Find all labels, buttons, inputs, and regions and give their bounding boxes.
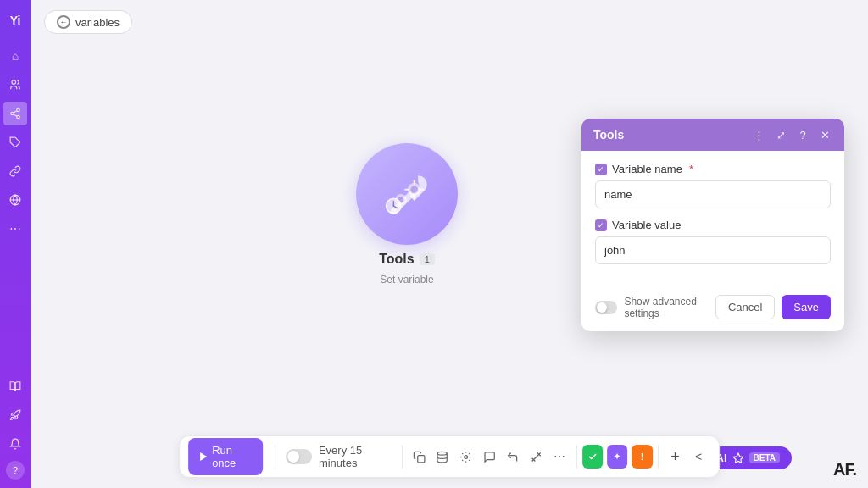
svg-point-3 [17, 115, 20, 119]
modal-header: Tools ⋮ ⤢ ? ✕ [581, 119, 844, 151]
ai-sparkle-icon [732, 452, 744, 464]
brand-logo: AF. [833, 460, 856, 480]
run-once-button[interactable]: Run once [188, 438, 263, 475]
sidebar: Yi ⌂ ⋯ ? [0, 0, 31, 488]
bell-icon[interactable] [3, 432, 27, 456]
schedule-section: Every 15 minutes [286, 444, 392, 469]
toolbar-divider-1 [275, 445, 275, 469]
advanced-settings-toggle[interactable]: Show advanced settings [595, 296, 715, 319]
variable-value-label-text: Variable value [612, 219, 681, 231]
globe-icon[interactable] [3, 188, 27, 212]
schedule-toggle[interactable] [286, 449, 312, 464]
orange-action-button[interactable]: ! [632, 445, 653, 469]
puzzle-icon[interactable] [3, 130, 27, 154]
rocket-icon[interactable] [3, 403, 27, 427]
svg-line-5 [14, 111, 17, 113]
ai-badge: BETA [749, 452, 780, 463]
svg-point-22 [465, 455, 468, 458]
svg-point-21 [437, 452, 447, 455]
variable-value-field: Variable value [595, 219, 831, 264]
cancel-button[interactable]: Cancel [715, 295, 775, 319]
toggle-switch[interactable] [595, 301, 617, 314]
variable-value-label: Variable value [595, 219, 831, 231]
modal-header-icons: ⋮ ⤢ ? ✕ [751, 127, 832, 142]
more-icon[interactable]: ⋮ [751, 127, 766, 142]
toolbar-divider-3 [576, 445, 577, 469]
svg-point-0 [12, 80, 16, 85]
node-icon [356, 143, 458, 245]
collapse-button[interactable]: < [687, 443, 710, 470]
add-button[interactable]: + [664, 443, 687, 470]
node-badge: 1 [420, 253, 435, 265]
tools-modal: Tools ⋮ ⤢ ? ✕ Variable name * [581, 119, 844, 331]
node-label: Tools 1 [379, 252, 435, 267]
variable-name-field: Variable name * [595, 163, 831, 208]
node-title: Tools [379, 252, 414, 267]
settings-button[interactable] [454, 443, 478, 470]
required-indicator: * [689, 163, 693, 175]
book-icon[interactable] [3, 374, 27, 398]
link-icon[interactable] [3, 159, 27, 183]
main-canvas: ← variables [31, 0, 868, 488]
svg-point-1 [17, 108, 20, 112]
svg-point-2 [11, 112, 14, 115]
share-icon[interactable] [3, 102, 27, 125]
magic-button[interactable] [525, 443, 548, 470]
modal-body: Variable name * Variable value [581, 151, 844, 286]
copy-button[interactable] [408, 443, 431, 470]
tools-node[interactable]: Tools 1 Set variable [356, 143, 458, 286]
sidebar-logo: Yi [3, 8, 27, 32]
help-icon[interactable]: ? [6, 461, 25, 480]
home-icon[interactable]: ⌂ [3, 44, 27, 68]
toolbar-divider-2 [402, 445, 403, 469]
play-icon [200, 452, 207, 461]
help-modal-icon[interactable]: ? [795, 127, 810, 142]
schedule-label: Every 15 minutes [319, 444, 392, 469]
variable-name-checkbox[interactable] [595, 164, 607, 175]
svg-line-4 [14, 114, 17, 116]
variable-value-input[interactable] [595, 236, 831, 264]
variable-name-input[interactable] [595, 180, 831, 208]
node-subtitle: Set variable [380, 274, 433, 286]
more-dots-icon[interactable]: ⋯ [3, 217, 27, 241]
comment-button[interactable] [478, 443, 502, 470]
green-action-button[interactable] [582, 445, 603, 469]
purple-action-button[interactable]: ✦ [607, 445, 627, 469]
more-button[interactable]: ⋯ [548, 443, 571, 470]
close-icon[interactable]: ✕ [817, 127, 832, 142]
toolbar-divider-4 [658, 445, 659, 469]
modal-actions: Cancel Save [715, 295, 831, 319]
variable-name-label-text: Variable name [612, 163, 682, 175]
variable-name-label: Variable name * [595, 163, 831, 175]
modal-footer: Show advanced settings Cancel Save [581, 286, 844, 331]
save-button[interactable]: Save [782, 295, 831, 319]
users-icon[interactable] [3, 73, 27, 97]
undo-button[interactable] [501, 443, 525, 470]
modal-title: Tools [593, 128, 624, 141]
variable-value-checkbox[interactable] [595, 219, 607, 231]
expand-icon[interactable]: ⤢ [773, 127, 788, 142]
svg-point-15 [410, 186, 418, 193]
database-button[interactable] [431, 443, 454, 470]
advanced-label: Show advanced settings [624, 296, 715, 319]
svg-rect-20 [418, 455, 425, 462]
bottom-toolbar: Run once Every 15 minutes ⋯ [179, 435, 720, 478]
run-label: Run once [212, 444, 251, 469]
